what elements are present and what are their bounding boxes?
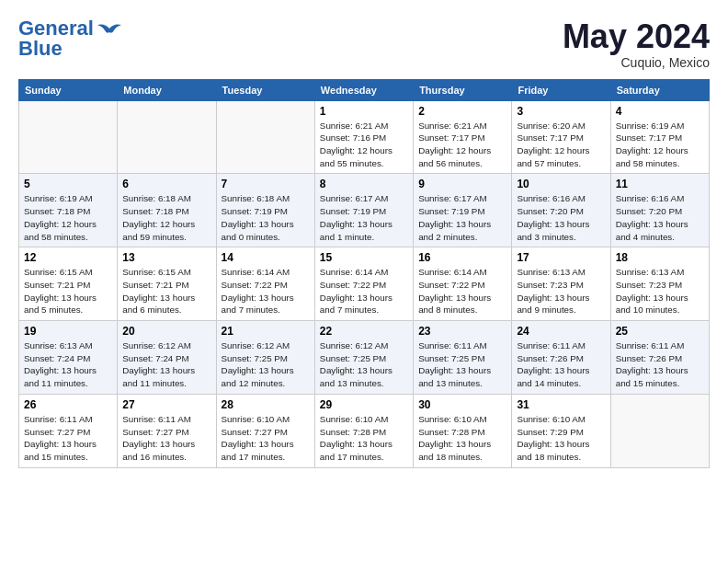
sunrise-time: Sunrise: 6:15 AM (122, 266, 210, 279)
cell-text-continuation: and 0 minutes. (222, 231, 310, 244)
sunrise-time: Sunrise: 6:13 AM (517, 266, 605, 279)
cell-text-continuation: and 17 minutes. (320, 451, 408, 464)
day-number: 26 (24, 398, 112, 411)
day-number: 3 (517, 105, 605, 118)
cell-text-continuation: and 11 minutes. (24, 377, 112, 390)
daylight-hours: Daylight: 13 hours (24, 364, 112, 377)
sunrise-time: Sunrise: 6:17 AM (320, 192, 408, 205)
calendar-week-row: 5Sunrise: 6:19 AMSunset: 7:18 PMDaylight… (19, 174, 710, 247)
daylight-hours: Daylight: 13 hours (616, 292, 704, 304)
sunset-time: Sunset: 7:20 PM (517, 205, 605, 218)
calendar-cell: 4Sunrise: 6:19 AMSunset: 7:17 PMDaylight… (610, 100, 709, 174)
sunset-time: Sunset: 7:27 PM (222, 426, 310, 439)
day-number: 5 (24, 178, 112, 190)
day-number: 27 (122, 398, 210, 411)
calendar-cell: 21Sunrise: 6:12 AMSunset: 7:25 PMDayligh… (216, 321, 314, 395)
daylight-hours: Daylight: 13 hours (517, 292, 605, 304)
cell-info: Sunrise: 6:11 AMSunset: 7:27 PMDaylight:… (122, 413, 210, 464)
cell-text-continuation: and 5 minutes. (24, 304, 112, 316)
daylight-hours: Daylight: 13 hours (122, 364, 210, 377)
sunset-time: Sunset: 7:22 PM (418, 279, 506, 292)
cell-info: Sunrise: 6:17 AMSunset: 7:19 PMDaylight:… (320, 192, 408, 243)
calendar-cell: 24Sunrise: 6:11 AMSunset: 7:26 PMDayligh… (512, 321, 610, 395)
title-block: May 2024 Cuquio, Mexico (563, 18, 710, 70)
daylight-hours: Daylight: 12 hours (517, 144, 605, 157)
cell-info: Sunrise: 6:16 AMSunset: 7:20 PMDaylight:… (517, 192, 605, 243)
sunset-time: Sunset: 7:17 PM (418, 132, 506, 144)
cell-text-continuation: and 6 minutes. (122, 304, 210, 316)
calendar-cell: 20Sunrise: 6:12 AMSunset: 7:24 PMDayligh… (118, 321, 216, 395)
day-number: 20 (122, 325, 210, 338)
calendar-cell: 6Sunrise: 6:18 AMSunset: 7:18 PMDaylight… (118, 174, 216, 247)
sunrise-time: Sunrise: 6:12 AM (222, 339, 310, 352)
cell-text-continuation: and 15 minutes. (616, 377, 704, 390)
calendar-week-row: 26Sunrise: 6:11 AMSunset: 7:27 PMDayligh… (19, 394, 710, 467)
weekday-header: Monday (118, 79, 216, 100)
cell-info: Sunrise: 6:19 AMSunset: 7:17 PMDaylight:… (616, 120, 704, 170)
cell-text-continuation: and 15 minutes. (24, 451, 112, 464)
calendar-cell: 13Sunrise: 6:15 AMSunset: 7:21 PMDayligh… (118, 247, 216, 321)
cell-info: Sunrise: 6:16 AMSunset: 7:20 PMDaylight:… (616, 192, 704, 243)
sunrise-time: Sunrise: 6:11 AM (24, 413, 112, 426)
calendar-cell: 14Sunrise: 6:14 AMSunset: 7:22 PMDayligh… (216, 247, 314, 321)
cell-info: Sunrise: 6:11 AMSunset: 7:26 PMDaylight:… (616, 339, 704, 390)
daylight-hours: Daylight: 12 hours (616, 144, 704, 157)
day-number: 28 (222, 398, 310, 411)
day-number: 19 (24, 325, 112, 338)
daylight-hours: Daylight: 13 hours (122, 438, 210, 451)
sunset-time: Sunset: 7:21 PM (122, 279, 210, 292)
cell-info: Sunrise: 6:13 AMSunset: 7:23 PMDaylight:… (517, 266, 605, 316)
day-number: 14 (222, 251, 310, 264)
day-number: 4 (616, 105, 704, 118)
calendar-cell: 25Sunrise: 6:11 AMSunset: 7:26 PMDayligh… (610, 321, 709, 395)
sunrise-time: Sunrise: 6:19 AM (616, 120, 704, 132)
sunrise-time: Sunrise: 6:18 AM (222, 192, 310, 205)
calendar-cell: 9Sunrise: 6:17 AMSunset: 7:19 PMDaylight… (414, 174, 512, 247)
cell-text-continuation: and 7 minutes. (222, 304, 310, 316)
sunrise-time: Sunrise: 6:18 AM (122, 192, 210, 205)
cell-text-continuation: and 1 minute. (320, 231, 408, 244)
cell-text-continuation: and 18 minutes. (517, 451, 605, 464)
day-number: 10 (517, 178, 605, 190)
month-title: May 2024 (563, 18, 710, 55)
day-number: 18 (616, 251, 704, 264)
day-number: 15 (320, 251, 408, 264)
cell-info: Sunrise: 6:14 AMSunset: 7:22 PMDaylight:… (222, 266, 310, 316)
calendar-cell: 26Sunrise: 6:11 AMSunset: 7:27 PMDayligh… (19, 394, 118, 467)
calendar-cell: 22Sunrise: 6:12 AMSunset: 7:25 PMDayligh… (314, 321, 413, 395)
cell-info: Sunrise: 6:21 AMSunset: 7:17 PMDaylight:… (418, 120, 506, 170)
cell-text-continuation: and 13 minutes. (418, 377, 506, 390)
daylight-hours: Daylight: 13 hours (418, 364, 506, 377)
sunrise-time: Sunrise: 6:13 AM (616, 266, 704, 279)
daylight-hours: Daylight: 13 hours (517, 438, 605, 451)
calendar-cell: 30Sunrise: 6:10 AMSunset: 7:28 PMDayligh… (414, 394, 512, 467)
cell-info: Sunrise: 6:18 AMSunset: 7:18 PMDaylight:… (122, 192, 210, 243)
sunset-time: Sunset: 7:24 PM (24, 352, 112, 365)
sunset-time: Sunset: 7:17 PM (517, 132, 605, 144)
sunrise-time: Sunrise: 6:13 AM (24, 339, 112, 352)
sunrise-time: Sunrise: 6:21 AM (320, 120, 408, 132)
sunset-time: Sunset: 7:22 PM (320, 279, 408, 292)
cell-info: Sunrise: 6:11 AMSunset: 7:27 PMDaylight:… (24, 413, 112, 464)
sunrise-time: Sunrise: 6:11 AM (122, 413, 210, 426)
cell-text-continuation: and 58 minutes. (24, 231, 112, 244)
cell-text-continuation: and 7 minutes. (320, 304, 408, 316)
sunrise-time: Sunrise: 6:14 AM (320, 266, 408, 279)
day-number: 30 (418, 398, 506, 411)
sunrise-time: Sunrise: 6:12 AM (122, 339, 210, 352)
daylight-hours: Daylight: 13 hours (222, 438, 310, 451)
calendar-cell: 11Sunrise: 6:16 AMSunset: 7:20 PMDayligh… (610, 174, 709, 247)
calendar-cell: 15Sunrise: 6:14 AMSunset: 7:22 PMDayligh… (314, 247, 413, 321)
daylight-hours: Daylight: 13 hours (320, 438, 408, 451)
sunrise-time: Sunrise: 6:20 AM (517, 120, 605, 132)
sunset-time: Sunset: 7:23 PM (616, 279, 704, 292)
sunrise-time: Sunrise: 6:10 AM (418, 413, 506, 426)
cell-info: Sunrise: 6:10 AMSunset: 7:28 PMDaylight:… (418, 413, 506, 464)
sunrise-time: Sunrise: 6:19 AM (24, 192, 112, 205)
daylight-hours: Daylight: 13 hours (616, 364, 704, 377)
sunset-time: Sunset: 7:26 PM (616, 352, 704, 365)
cell-info: Sunrise: 6:20 AMSunset: 7:17 PMDaylight:… (517, 120, 605, 170)
daylight-hours: Daylight: 13 hours (418, 218, 506, 231)
sunrise-time: Sunrise: 6:15 AM (24, 266, 112, 279)
weekday-header: Sunday (19, 79, 118, 100)
